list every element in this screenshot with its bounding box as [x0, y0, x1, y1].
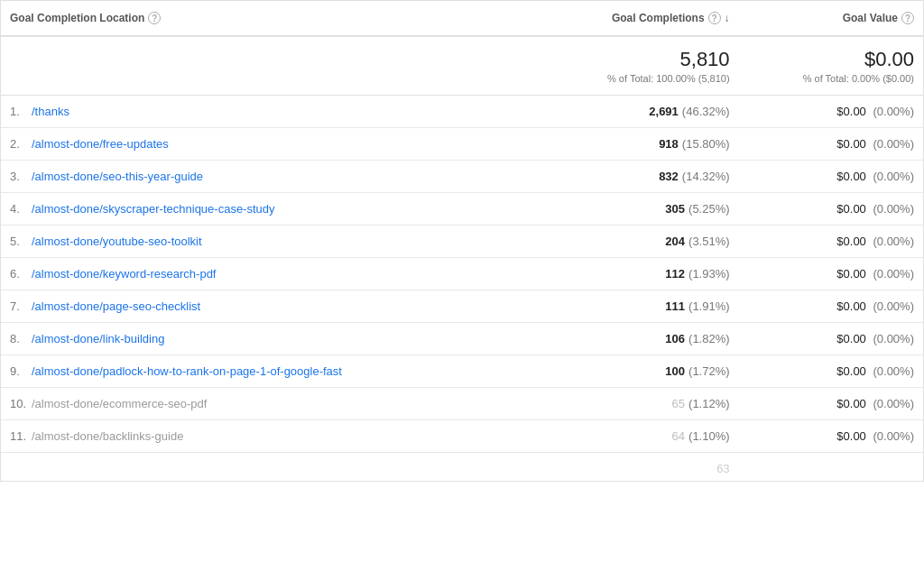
completions-help-icon[interactable]: ? [708, 12, 721, 24]
goal-value-cell: $0.00 (0.00%) [739, 161, 923, 193]
completions-pct: (5.25%) [688, 202, 730, 216]
completions-cell: 111(1.91%) [536, 290, 739, 323]
location-link[interactable]: /almost-done/free-updates [32, 137, 169, 151]
location-cell: 11./almost-done/backlinks-guide [1, 420, 536, 453]
goal-value-cell: $0.00 (0.00%) [739, 420, 923, 453]
location-link[interactable]: /almost-done/link-building [32, 332, 164, 345]
col-header-location-label: Goal Completion Location [10, 12, 144, 24]
row-number: 7. [10, 299, 32, 313]
goal-value-pct: (0.00%) [870, 332, 914, 345]
goal-value-main: $0.00 [836, 137, 866, 151]
partial-value-cell [739, 453, 923, 482]
completions-main: 111 [665, 299, 685, 313]
location-cell: 8./almost-done/link-building [1, 323, 536, 355]
location-cell: 3./almost-done/seo-this-year-guide [1, 161, 536, 193]
location-cell: 9./almost-done/padlock-how-to-rank-on-pa… [1, 355, 536, 388]
goal-value-cell: $0.00 (0.00%) [739, 193, 923, 226]
partial-table-row: 63 [1, 453, 923, 482]
location-cell: 5./almost-done/youtube-seo-toolkit [1, 226, 536, 258]
sort-desc-icon[interactable]: ↓ [725, 12, 730, 24]
summary-completions-sub: % of Total: 100.00% (5,810) [545, 73, 730, 84]
col-header-value-label: Goal Value [843, 12, 898, 24]
table-row: 5./almost-done/youtube-seo-toolkit204(3.… [1, 226, 923, 258]
goal-value-pct: (0.00%) [870, 170, 914, 183]
goal-value-cell: $0.00 (0.00%) [739, 290, 923, 323]
completions-cell: 100(1.72%) [536, 355, 739, 388]
location-link[interactable]: /thanks [32, 105, 69, 118]
completions-cell: 64(1.10%) [536, 420, 739, 453]
completions-cell: 204(3.51%) [536, 226, 739, 258]
goal-value-pct: (0.00%) [870, 429, 914, 443]
value-help-icon[interactable]: ? [901, 12, 914, 24]
row-number: 2. [10, 137, 32, 151]
goal-value-cell: $0.00 (0.00%) [739, 323, 923, 355]
completions-main: 305 [665, 202, 685, 216]
completions-pct: (1.10%) [688, 429, 730, 443]
table-row: 3./almost-done/seo-this-year-guide832(14… [1, 161, 923, 193]
summary-value-main: $0.00 [748, 48, 914, 71]
goal-value-pct: (0.00%) [870, 235, 914, 248]
completions-pct: (1.91%) [688, 299, 730, 313]
location-link[interactable]: /almost-done/skyscraper-technique-case-s… [32, 202, 275, 216]
goal-value-main: $0.00 [836, 170, 866, 183]
location-cell: 4./almost-done/skyscraper-technique-case… [1, 193, 536, 226]
location-cell: 2./almost-done/free-updates [1, 128, 536, 161]
goal-value-main: $0.00 [836, 397, 866, 410]
partial-location-cell [1, 453, 536, 482]
table-header-row: Goal Completion Location ? Goal Completi… [1, 1, 923, 36]
summary-location-cell [1, 36, 536, 96]
completions-cell: 65(1.12%) [536, 388, 739, 420]
row-number: 6. [10, 267, 32, 281]
completions-cell: 2,691(46.32%) [536, 96, 739, 128]
row-number: 8. [10, 332, 32, 345]
goal-value-pct: (0.00%) [870, 137, 914, 151]
goal-value-main: $0.00 [836, 105, 866, 118]
completions-main: 204 [665, 235, 685, 248]
completions-main: 64 [672, 429, 685, 443]
col-header-completions-label: Goal Completions [612, 12, 705, 24]
goal-value-main: $0.00 [836, 267, 866, 281]
goal-value-cell: $0.00 (0.00%) [739, 128, 923, 161]
table-row: 11./almost-done/backlinks-guide64(1.10%)… [1, 420, 923, 453]
location-link[interactable]: /almost-done/backlinks-guide [32, 429, 183, 443]
goal-value-cell: $0.00 (0.00%) [739, 226, 923, 258]
completions-pct: (1.72%) [688, 364, 730, 378]
location-link[interactable]: /almost-done/seo-this-year-guide [32, 170, 203, 183]
goal-value-main: $0.00 [836, 202, 866, 216]
location-link[interactable]: /almost-done/keyword-research-pdf [32, 267, 216, 281]
goal-value-pct: (0.00%) [870, 364, 914, 378]
partial-completions-cell: 63 [536, 453, 739, 482]
summary-value-cell: $0.00 % of Total: 0.00% ($0.00) [739, 36, 923, 96]
summary-row: 5,810 % of Total: 100.00% (5,810) $0.00 … [1, 36, 923, 96]
goal-value-main: $0.00 [836, 429, 866, 443]
location-cell: 1./thanks [1, 96, 536, 128]
completions-pct: (1.93%) [688, 267, 730, 281]
summary-completions-main: 5,810 [545, 48, 730, 71]
goal-value-cell: $0.00 (0.00%) [739, 388, 923, 420]
row-number: 4. [10, 202, 32, 216]
row-number: 5. [10, 235, 32, 248]
completions-cell: 832(14.32%) [536, 161, 739, 193]
completions-pct: (15.80%) [682, 137, 730, 151]
location-help-icon[interactable]: ? [148, 12, 161, 24]
goal-value-pct: (0.00%) [870, 299, 914, 313]
goal-value-main: $0.00 [836, 364, 866, 378]
row-number: 1. [10, 105, 32, 118]
location-link[interactable]: /almost-done/youtube-seo-toolkit [32, 235, 202, 248]
completions-main: 106 [665, 332, 685, 345]
row-number: 3. [10, 170, 32, 183]
goal-value-pct: (0.00%) [870, 267, 914, 281]
completions-pct: (46.32%) [682, 105, 730, 118]
completions-main: 65 [672, 397, 685, 410]
goal-value-main: $0.00 [836, 299, 866, 313]
col-header-location: Goal Completion Location ? [1, 1, 536, 36]
table-row: 6./almost-done/keyword-research-pdf112(1… [1, 258, 923, 290]
table-row: 9./almost-done/padlock-how-to-rank-on-pa… [1, 355, 923, 388]
location-link[interactable]: /almost-done/padlock-how-to-rank-on-page… [32, 364, 342, 378]
location-link[interactable]: /almost-done/ecommerce-seo-pdf [32, 397, 207, 410]
completions-cell: 918(15.80%) [536, 128, 739, 161]
table-row: 7./almost-done/page-seo-checklist111(1.9… [1, 290, 923, 323]
completions-pct: (1.82%) [688, 332, 730, 345]
location-link[interactable]: /almost-done/page-seo-checklist [32, 299, 200, 313]
location-cell: 7./almost-done/page-seo-checklist [1, 290, 536, 323]
